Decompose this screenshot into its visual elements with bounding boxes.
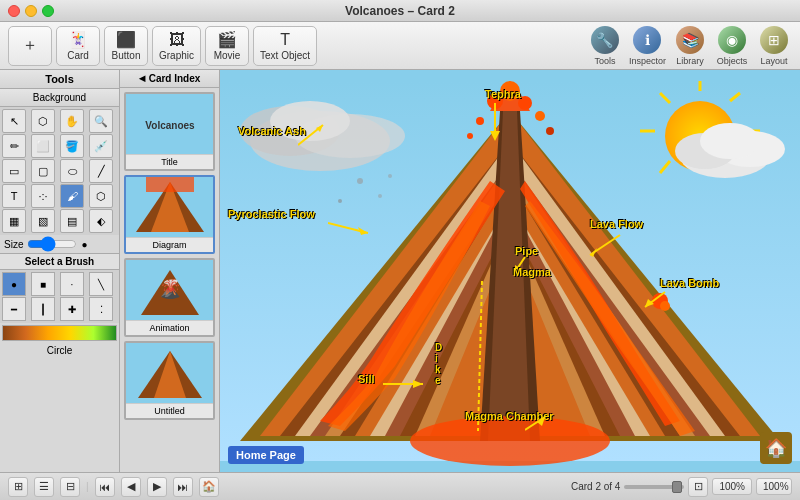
lasso-tool[interactable]: ⬡ xyxy=(31,109,55,133)
card-thumb-4[interactable]: Untitled xyxy=(124,341,215,420)
svg-point-57 xyxy=(546,127,554,135)
text-tool[interactable]: T xyxy=(2,184,26,208)
card-thumb-label-1: Title xyxy=(126,154,213,169)
card-thumb-2[interactable]: Diagram xyxy=(124,175,215,254)
card-thumb-img-2 xyxy=(126,177,214,237)
movie-button[interactable]: 🎬 Movie xyxy=(205,26,249,66)
rounded-rect-tool[interactable]: ▢ xyxy=(31,159,55,183)
movie-label: Movie xyxy=(214,50,241,61)
background-button[interactable]: Background xyxy=(0,89,119,107)
brush-square[interactable]: ■ xyxy=(31,272,55,296)
card-button[interactable]: 🃏 Card xyxy=(56,26,100,66)
smear-tool[interactable]: ⬖ xyxy=(89,209,113,233)
card-index-title: ◀ Card Index xyxy=(120,70,219,88)
pattern-tool[interactable]: ▦ xyxy=(2,209,26,233)
zoom-slider[interactable] xyxy=(624,485,684,489)
home-page-button[interactable]: Home Page xyxy=(228,446,304,464)
house-icon[interactable]: 🏠 xyxy=(760,432,792,464)
eraser-tool[interactable]: ⬜ xyxy=(31,134,55,158)
status-right: Card 2 of 4 ⊡ 100% 100% xyxy=(571,477,792,497)
minimize-button[interactable] xyxy=(25,5,37,17)
brush-v-line[interactable]: ┃ xyxy=(31,297,55,321)
svg-point-20 xyxy=(388,174,392,178)
stamp-tool[interactable]: ⬡ xyxy=(89,184,113,208)
graphic-button[interactable]: 🖼 Graphic xyxy=(152,26,201,66)
prev-card-button[interactable]: ◀ xyxy=(121,477,141,497)
line-tool[interactable]: ╱ xyxy=(89,159,113,183)
label-tephra: Tephra xyxy=(485,88,521,100)
oval-tool[interactable]: ⬭ xyxy=(60,159,84,183)
svg-point-19 xyxy=(338,199,342,203)
next-card-button[interactable]: ▶ xyxy=(147,477,167,497)
fill-pattern-tool[interactable]: ▧ xyxy=(31,209,55,233)
brush-diagonal[interactable]: ╲ xyxy=(89,272,113,296)
close-button[interactable] xyxy=(8,5,20,17)
label-lava-flow: Lava Flow xyxy=(590,218,643,230)
card-thumb-label-4: Untitled xyxy=(126,403,213,418)
first-card-button[interactable]: ⏮ xyxy=(95,477,115,497)
select-tool[interactable]: ↖ xyxy=(2,109,26,133)
card-icon: 🃏 xyxy=(68,30,88,49)
objects-icon: ◉ xyxy=(718,26,746,54)
toolbar-right: 🔧 Tools ℹ Inspector 📚 Library ◉ Objects … xyxy=(587,26,792,66)
card-label: Card xyxy=(67,50,89,61)
library-button[interactable]: 📚 Library xyxy=(672,26,708,66)
label-sill: Sill xyxy=(358,373,375,385)
svg-point-17 xyxy=(357,178,363,184)
maximize-button[interactable] xyxy=(42,5,54,17)
add-button[interactable]: ＋ xyxy=(8,26,52,66)
window-title: Volcanoes – Card 2 xyxy=(345,4,455,18)
brush-spray[interactable]: ⁚ xyxy=(89,297,113,321)
zoom-percent[interactable]: 100% xyxy=(712,478,752,495)
size-slider[interactable] xyxy=(27,238,77,250)
library-icon: 📚 xyxy=(676,26,704,54)
brush-circle[interactable]: ● xyxy=(2,272,26,296)
tools-button[interactable]: 🔧 Tools xyxy=(587,26,623,66)
toolbar: ＋ 🃏 Card ⬛ Button 🖼 Graphic 🎬 Movie T Te… xyxy=(0,22,800,70)
brush-cross[interactable]: ✚ xyxy=(60,297,84,321)
canvas-area[interactable]: Volcanic Ash Tephra Pyroclastic Flow L xyxy=(220,70,800,472)
svg-rect-5 xyxy=(146,177,194,192)
paint-bucket-tool[interactable]: 🪣 xyxy=(60,134,84,158)
text-object-button[interactable]: T Text Object xyxy=(253,26,317,66)
eyedropper-tool[interactable]: 💉 xyxy=(89,134,113,158)
brush-tool[interactable]: 🖌 xyxy=(60,184,84,208)
inspector-icon: ℹ xyxy=(633,26,661,54)
card-thumb-img-3: 🌋 xyxy=(126,260,214,320)
pencil-tool[interactable]: ✏ xyxy=(2,134,26,158)
graphic-icon: 🖼 xyxy=(169,31,185,49)
brush-select-label: Select a Brush xyxy=(0,253,119,270)
view-cards-button[interactable]: ⊞ xyxy=(8,477,28,497)
gradient-tool[interactable]: ▤ xyxy=(60,209,84,233)
last-card-button[interactable]: ⏭ xyxy=(173,477,193,497)
inspector-button[interactable]: ℹ Inspector xyxy=(629,26,666,66)
zoom-box[interactable]: 100% xyxy=(756,478,792,495)
fit-screen-button[interactable]: ⊡ xyxy=(688,477,708,497)
zoom-thumb xyxy=(672,481,682,493)
color-strip[interactable] xyxy=(2,325,117,341)
svg-text:Volcanoes: Volcanoes xyxy=(145,120,195,131)
home-status-button[interactable]: 🏠 xyxy=(199,477,219,497)
layout-button[interactable]: ⊞ Layout xyxy=(756,26,792,66)
brush-small-circle[interactable]: · xyxy=(60,272,84,296)
card-thumb-1[interactable]: Volcanoes Title xyxy=(124,92,215,171)
card-thumb-img-1: Volcanoes xyxy=(126,94,214,154)
tools-title: Tools xyxy=(0,70,119,89)
rect-tool[interactable]: ▭ xyxy=(2,159,26,183)
view-thumb-button[interactable]: ⊟ xyxy=(60,477,80,497)
card-thumb-label-2: Diagram xyxy=(126,237,213,252)
svg-point-55 xyxy=(535,111,545,121)
brush-h-line[interactable]: ━ xyxy=(2,297,26,321)
view-list-button[interactable]: ☰ xyxy=(34,477,54,497)
zoom-tool[interactable]: 🔍 xyxy=(89,109,113,133)
hand-tool[interactable]: ✋ xyxy=(60,109,84,133)
spray-tool[interactable]: ·:· xyxy=(31,184,55,208)
card-thumb-3[interactable]: 🌋 Animation xyxy=(124,258,215,337)
movie-icon: 🎬 xyxy=(217,30,237,49)
traffic-lights xyxy=(8,5,54,17)
objects-button[interactable]: ◉ Objects xyxy=(714,26,750,66)
main-area: Tools Background ↖ ⬡ ✋ 🔍 ✏ ⬜ 🪣 💉 ▭ ▢ ⬭ ╱… xyxy=(0,70,800,472)
button-tool-button[interactable]: ⬛ Button xyxy=(104,26,148,66)
card-index-collapse[interactable]: ◀ xyxy=(139,74,145,83)
svg-point-56 xyxy=(467,133,473,139)
